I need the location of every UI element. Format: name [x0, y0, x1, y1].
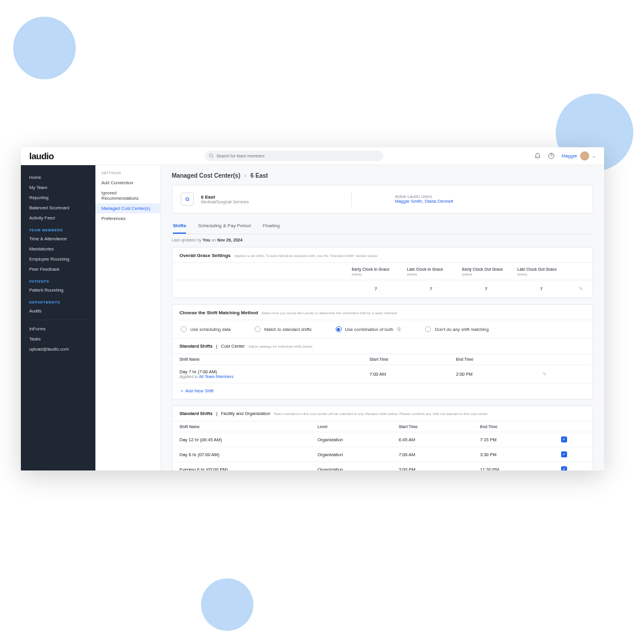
org-shift-row: Day 8 hr (07:00 AM)Organization7:00 AM3:… [172, 447, 593, 462]
tab[interactable]: Scheduling & Pay Period [198, 219, 251, 234]
last-updated: Last updated by You on Nov 26, 2024 [172, 238, 593, 242]
org-shifts-hint: Team members in this cost center will be… [274, 412, 488, 416]
decorative-circle [201, 578, 253, 631]
sidebar-item[interactable]: InForms [21, 324, 95, 334]
sidebar-section-departments: DEPARTMENTS [21, 295, 95, 306]
spacer [569, 273, 593, 280]
edit-icon[interactable]: ✎ [543, 371, 586, 377]
settings-item[interactable]: Preferences [95, 213, 160, 224]
shift-checkbox[interactable]: ✓ [561, 451, 567, 457]
sidebar-item[interactable]: Peer Feedback [21, 264, 95, 274]
sidebar-item[interactable]: My Team [21, 182, 95, 193]
shift-name: Day 7 hr (7:00 AM) [179, 369, 370, 374]
col-shift-name: Shift Name [179, 357, 370, 361]
user-name: Maggie [562, 153, 577, 159]
search-icon [209, 153, 214, 159]
shift-matching-option[interactable]: Use combination of bothi [336, 326, 402, 332]
grace-settings-card: Overall Grace Settings Applies to all sh… [172, 247, 593, 298]
tab[interactable]: Floating [263, 219, 280, 234]
sidebar-item[interactable]: Tasks [21, 334, 95, 344]
shift-matching-option[interactable]: Match to standard shifts [255, 326, 312, 332]
shift-checkbox[interactable]: ✓ [561, 436, 567, 442]
grace-col-unit: (mins) [514, 273, 569, 280]
start-time: 7:00 AM [399, 452, 480, 457]
shift-matching-card: Choose the Shift Matching Method Select … [172, 304, 593, 400]
end-time: 3:30 PM [480, 452, 561, 457]
org-shift-row: Day 12 hr (06:45 AM)Organization6:45 AM7… [172, 432, 593, 447]
grace-value: 7 [514, 280, 569, 298]
applied-to-link[interactable]: All Team Members [199, 374, 234, 379]
spacer [172, 263, 348, 273]
brand-logo: laudio [29, 151, 54, 161]
app-window: laudio Maggie ⌄ HomeMy TeamReportingBala [21, 147, 604, 470]
settings-item[interactable]: Managed Cost Center(s) [95, 203, 160, 213]
sidebar-item[interactable]: Home [21, 172, 95, 182]
edit-icon[interactable]: ✎ [569, 280, 593, 298]
user-menu[interactable]: Maggie ⌄ [562, 151, 596, 160]
shift-matching-option[interactable]: Use scheduling data [181, 326, 231, 332]
info-icon[interactable]: i [397, 327, 401, 332]
sidebar: HomeMy TeamReportingBalanced ScorecardAc… [21, 165, 95, 470]
decorative-circle [13, 17, 76, 79]
sidebar-item[interactable]: Activity Feed [21, 213, 95, 223]
end-time: 11:30 PM [480, 467, 561, 471]
search-input[interactable] [205, 151, 383, 161]
sidebar-item[interactable]: Reporting [21, 193, 95, 203]
end-time: 2:00 PM [456, 371, 543, 377]
spacer [569, 263, 593, 273]
grace-hint: Applies to all shifts. To edit individua… [234, 254, 377, 258]
spacer [172, 280, 348, 298]
settings-item[interactable]: Add Connection [95, 178, 160, 188]
active-users-label: Active Laudio Users [395, 194, 453, 199]
shift-name: Evening 8 hr (03:00 PM) [179, 467, 318, 471]
breadcrumb-root[interactable]: Managed Cost Center(s) [172, 172, 240, 179]
shift-level: Organization [318, 452, 399, 457]
unit-department: Medical/Surgical Services [201, 200, 249, 204]
svg-line-1 [212, 157, 213, 158]
radio-icon [425, 326, 431, 332]
chevron-down-icon: ⌄ [592, 154, 596, 159]
grace-col-header: Early Clock In Grace [348, 263, 404, 273]
sidebar-item[interactable]: Mandatories [21, 244, 95, 254]
grace-col-unit: (mins) [404, 273, 459, 280]
shift-name: Day 8 hr (07:00 AM) [179, 452, 318, 457]
breadcrumb: Managed Cost Center(s) › 6 East [172, 172, 593, 179]
sidebar-item[interactable]: Employee Rounding [21, 254, 95, 264]
avatar [580, 151, 589, 160]
chevron-right-icon: › [244, 172, 246, 179]
grace-col-header: Late Clock In Grace [404, 263, 459, 273]
cc-shift-row: Day 7 hr (7:00 AM)Applied to All Team Me… [172, 364, 593, 383]
unit-name: 6 East [201, 194, 249, 200]
start-time: 3:00 PM [399, 467, 480, 471]
grace-value: 7 [348, 280, 404, 298]
help-icon[interactable] [548, 153, 555, 159]
sidebar-item[interactable]: upload@laudio.com [21, 344, 95, 354]
matching-hint: Select how you would like Laudio to dete… [262, 311, 397, 315]
sidebar-item[interactable]: Patient Rounding [21, 285, 95, 295]
unit-icon: ⧉ [181, 193, 194, 206]
grace-col-header: Early Clock Out Grace [459, 263, 514, 273]
radio-icon [255, 326, 261, 332]
org-shifts-label-1: Standard Shifts [179, 411, 212, 416]
col-start: Start Time [370, 357, 456, 361]
sidebar-item[interactable]: Audits [21, 306, 95, 316]
grace-value: 7 [459, 280, 514, 298]
topbar: laudio Maggie ⌄ [21, 147, 604, 165]
shift-checkbox[interactable]: ✓ [561, 466, 567, 470]
org-shifts-card: Standard Shifts | Facility and Organizat… [172, 405, 593, 470]
radio-icon [181, 326, 187, 332]
unit-header-card: ⧉ 6 East Medical/Surgical Services Activ… [172, 185, 593, 213]
add-new-shift-link[interactable]: ＋ Add New Shift [172, 383, 593, 399]
sidebar-item[interactable]: Balanced Scorecard [21, 203, 95, 213]
bell-icon[interactable] [534, 153, 541, 159]
start-time: 7:00 AM [370, 371, 456, 377]
shift-matching-option[interactable]: Don't do any shift matching [425, 326, 488, 332]
grace-title: Overall Grace Settings [179, 253, 231, 258]
settings-sidebar: SETTINGS Add ConnectionIgnored Recommend… [95, 165, 161, 470]
col-end: End Time [456, 357, 543, 361]
tab[interactable]: Shifts [173, 219, 186, 234]
settings-item[interactable]: Ignored Recommendations [95, 188, 160, 203]
sidebar-item[interactable]: Time & Attendance [21, 234, 95, 244]
shift-level: Organization [318, 467, 399, 471]
grace-col-unit: (mins) [348, 273, 404, 280]
